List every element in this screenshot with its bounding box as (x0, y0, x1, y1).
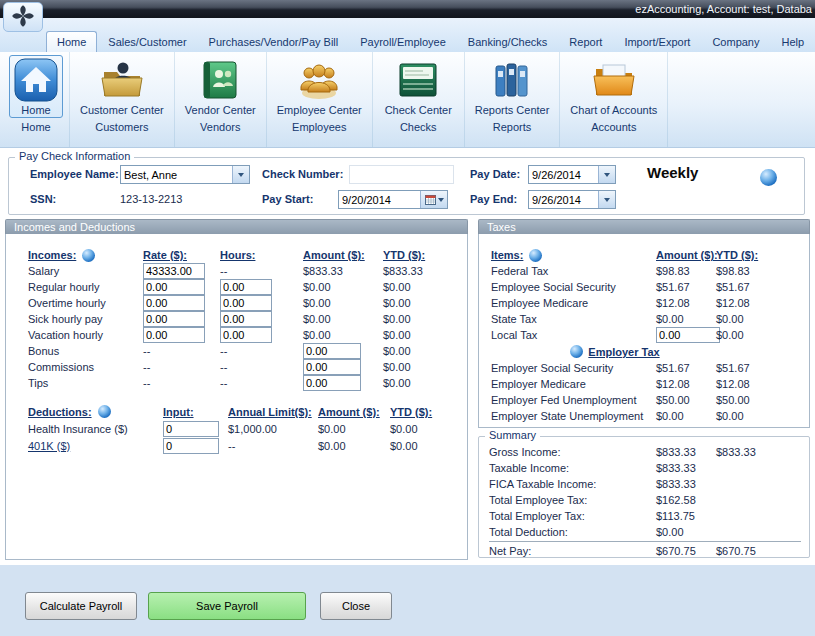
taxable-income-value: $833.33 (656, 462, 716, 474)
tax-row-label: Employer State Unemployment (491, 410, 656, 422)
tab-company[interactable]: Company (701, 31, 770, 52)
window-title: ezAccounting, Account: test, Databa (635, 0, 812, 18)
income-row-label: Regular hourly (28, 281, 143, 293)
chevron-down-icon (232, 166, 249, 183)
income-row-label: Vacation hourly (28, 329, 143, 341)
tips-hours-value: -- (220, 377, 303, 389)
chevron-down-icon (598, 191, 615, 208)
pay-date-label: Pay Date: (470, 168, 520, 180)
sick-hourly-ytd-value: $0.00 (383, 313, 467, 325)
deduction-row-label: Health Insurance ($) (28, 423, 163, 435)
vacation-hourly-hours-input[interactable] (220, 327, 272, 343)
vacation-hourly-rate-input[interactable] (143, 327, 205, 343)
calculate-payroll-button[interactable]: Calculate Payroll (25, 592, 137, 620)
tax-row-label: Employer Medicare (491, 378, 656, 390)
tab-sales-customer[interactable]: Sales/Customer (97, 31, 197, 52)
tab-purchases-vendor-pay-bill[interactable]: Purchases/Vendor/Pay Bill (198, 31, 350, 52)
k401-ytd-value: $0.00 (390, 440, 468, 452)
toolbar-vendor-center-button[interactable]: Vendor Center Vendors (175, 52, 267, 147)
help-icon[interactable] (98, 405, 111, 418)
help-globe-icon[interactable] (760, 169, 777, 186)
sick-hourly-rate-input[interactable] (143, 311, 205, 327)
employer-state-unemployment-ytd: $0.00 (716, 410, 788, 422)
calendar-icon (420, 191, 447, 208)
tax-row-local: Local Tax $0.00 (491, 327, 809, 343)
local-tax-input[interactable] (656, 327, 720, 343)
help-icon[interactable] (570, 345, 583, 358)
pay-end-value: 9/26/2014 (529, 191, 598, 208)
summary-row-net-pay: Net Pay: $670.75 $670.75 (489, 541, 801, 559)
employee-name-select[interactable]: Best, Anne (120, 165, 250, 184)
help-icon[interactable] (82, 249, 95, 262)
paycheck-section-title: Pay Check Information (15, 150, 134, 162)
deduction-row-health-insurance: Health Insurance ($) $1,000.00 $0.00 $0.… (28, 420, 467, 437)
state-tax-amount: $0.00 (656, 313, 716, 325)
overtime-hourly-rate-input[interactable] (143, 295, 205, 311)
ssn-label: SSN: (30, 193, 56, 205)
pay-end-select[interactable]: 9/26/2014 (528, 190, 616, 209)
check-number-label: Check Number: (262, 168, 343, 180)
total-employer-tax-value: $113.75 (656, 510, 716, 522)
deduction-col-amount: Amount ($): (318, 406, 390, 418)
app-menu-button[interactable] (3, 2, 43, 32)
toolbar-home-button[interactable]: Home Home (3, 52, 70, 147)
footer-bar: Calculate Payroll Save Payroll Close (0, 565, 815, 636)
income-row-label: Salary (28, 265, 143, 277)
bonus-amount-input[interactable] (303, 343, 361, 359)
taxes-panel: Taxes Items: Amount ($): YTD ($): Federa… (478, 219, 810, 428)
help-icon[interactable] (529, 249, 542, 262)
chevron-down-icon (598, 166, 615, 183)
toolbar-reports-center-button[interactable]: Reports Center Reports (465, 52, 561, 147)
summary-section: Summary Gross Income: $833.33 $833.33 Ta… (478, 436, 810, 558)
income-col-amount: Amount ($): (303, 249, 383, 261)
tab-report[interactable]: Report (558, 31, 613, 52)
k401-input[interactable] (163, 438, 219, 454)
toolbar: Home Home Customer Center (0, 52, 815, 148)
toolbar-employee-center-button[interactable]: Employee Center Employees (267, 52, 373, 147)
employer-ss-amount: $51.67 (656, 362, 716, 374)
tax-row-label: Employer Social Security (491, 362, 656, 374)
tab-home[interactable]: Home (46, 31, 97, 52)
tips-rate-value: -- (143, 377, 220, 389)
save-payroll-button[interactable]: Save Payroll (148, 592, 306, 620)
regular-hourly-hours-input[interactable] (220, 279, 272, 295)
toolbar-check-center-button[interactable]: Check Center Checks (373, 52, 465, 147)
deduction-row-401k: 401K ($) -- $0.00 $0.00 (28, 437, 467, 454)
deduction-header-row: Deductions: Input: Annual Limit($): Amou… (28, 403, 467, 420)
toolbar-customer-center-button[interactable]: Customer Center Customers (70, 52, 175, 147)
summary-row-gross-income: Gross Income: $833.33 $833.33 (489, 444, 801, 460)
gross-income-ytd: $833.33 (716, 446, 788, 458)
overtime-hourly-hours-input[interactable] (220, 295, 272, 311)
tab-help[interactable]: Help (770, 31, 815, 52)
check-number-input[interactable] (349, 165, 454, 184)
close-button[interactable]: Close (320, 592, 392, 620)
vacation-hourly-amount-value: $0.00 (303, 329, 383, 341)
menu-tab-bar: Home Sales/Customer Purchases/Vendor/Pay… (0, 18, 815, 52)
commissions-amount-input[interactable] (303, 359, 361, 375)
tax-row-employer-social-security: Employer Social Security $51.67 $51.67 (491, 360, 809, 376)
pay-start-datepicker[interactable]: 9/20/2014 (338, 190, 448, 209)
tab-payroll-employee[interactable]: Payroll/Employee (349, 31, 457, 52)
toolbar-item-title: Home (21, 104, 50, 116)
salary-rate-input[interactable] (143, 263, 205, 279)
k401-amount-value: $0.00 (318, 440, 390, 452)
tab-banking-checks[interactable]: Banking/Checks (457, 31, 559, 52)
pay-date-select[interactable]: 9/26/2014 (528, 165, 616, 184)
tips-amount-input[interactable] (303, 375, 361, 391)
toolbar-item-subtitle: Checks (400, 121, 437, 133)
income-row-label: Bonus (28, 345, 143, 357)
health-insurance-input[interactable] (163, 421, 219, 437)
tax-row-label: Employee Medicare (491, 297, 656, 309)
tab-import-export[interactable]: Import/Export (613, 31, 701, 52)
summary-row-fica-taxable-income: FICA Taxable Income: $833.33 (489, 476, 801, 492)
sick-hourly-hours-input[interactable] (220, 311, 272, 327)
employee-medicare-ytd: $12.08 (716, 297, 788, 309)
tips-ytd-value: $0.00 (383, 377, 467, 389)
income-row-label: Commissions (28, 361, 143, 373)
customer-center-icon (99, 57, 145, 103)
toolbar-item-subtitle: Employees (292, 121, 346, 133)
regular-hourly-rate-input[interactable] (143, 279, 205, 295)
app-window: ezAccounting, Account: test, Databa Home… (0, 0, 815, 636)
toolbar-item-title: Check Center (385, 104, 452, 116)
toolbar-chart-of-accounts-button[interactable]: Chart of Accounts Accounts (560, 52, 668, 147)
